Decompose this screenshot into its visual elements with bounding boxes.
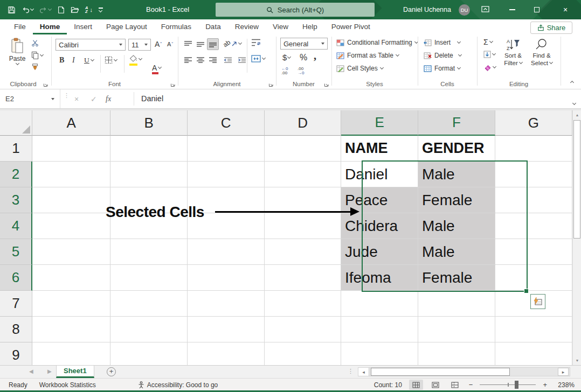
cell-D6[interactable]: [265, 265, 341, 291]
bold-button[interactable]: B: [59, 56, 64, 65]
cell-A1[interactable]: [32, 136, 110, 162]
row-header-4[interactable]: 4: [0, 213, 32, 239]
tab-review[interactable]: Review: [228, 19, 266, 34]
account-name[interactable]: Daniel Uchenna: [403, 0, 451, 19]
cell-E1[interactable]: NAME: [341, 136, 418, 162]
count-indicator[interactable]: Count: 10: [374, 381, 402, 389]
conditional-formatting-button[interactable]: Conditional Formatting: [336, 39, 418, 46]
cell-E9[interactable]: [341, 342, 418, 365]
zoom-slider[interactable]: [480, 381, 536, 389]
align-bottom-button[interactable]: [207, 38, 219, 50]
collapse-ribbon-button[interactable]: [571, 78, 573, 86]
zoom-slider-thumb[interactable]: [515, 381, 518, 389]
cell-A6[interactable]: [32, 265, 110, 291]
increase-indent-button[interactable]: [236, 54, 248, 66]
close-button[interactable]: ×: [550, 0, 581, 19]
font-dialog-launcher[interactable]: [170, 81, 176, 87]
cell-C9[interactable]: [188, 342, 265, 365]
sort-ascending-button[interactable]: AZ ↓: [85, 6, 93, 13]
italic-button[interactable]: I: [72, 56, 75, 65]
cell-D5[interactable]: [265, 239, 341, 265]
tab-file[interactable]: File: [7, 19, 33, 34]
cell-F2[interactable]: Male: [418, 162, 495, 187]
scroll-right-button[interactable]: ▸: [558, 368, 569, 376]
normal-view-button[interactable]: [409, 380, 423, 390]
format-painter-button[interactable]: [31, 63, 39, 71]
open-file-button[interactable]: [71, 6, 79, 13]
enter-button[interactable]: ✓: [91, 89, 97, 108]
zoom-out-button[interactable]: −: [469, 381, 473, 389]
row-header-1[interactable]: 1: [0, 136, 32, 162]
cell-D7[interactable]: [265, 291, 341, 317]
zoom-level[interactable]: 238%: [554, 381, 575, 389]
find-select-button[interactable]: Find & Select: [528, 38, 555, 67]
tab-insert[interactable]: Insert: [67, 19, 99, 34]
alignment-dialog-launcher[interactable]: [268, 81, 274, 87]
align-top-button[interactable]: [182, 38, 194, 50]
cell-B9[interactable]: [110, 342, 188, 365]
cell-B1[interactable]: [110, 136, 188, 162]
column-header-A[interactable]: A: [32, 110, 110, 136]
row-header-3[interactable]: 3: [0, 187, 32, 213]
cell-B7[interactable]: [110, 291, 188, 317]
vertical-scrollbar-thumb[interactable]: [573, 120, 580, 239]
cell-B6[interactable]: [110, 265, 188, 291]
row-header-7[interactable]: 7: [0, 291, 32, 317]
cell-B5[interactable]: [110, 239, 188, 265]
clear-button[interactable]: [483, 64, 496, 71]
scroll-up-button[interactable]: ▲: [573, 110, 581, 120]
format-cells-button[interactable]: Format: [424, 65, 460, 72]
clipboard-dialog-launcher[interactable]: [43, 81, 49, 87]
insert-cells-button[interactable]: Insert: [424, 39, 460, 46]
increase-decimal-button[interactable]: ←0 .00: [281, 67, 288, 75]
cell-D3[interactable]: [265, 187, 341, 213]
column-header-F[interactable]: F: [418, 110, 495, 136]
cell-F1[interactable]: GENDER: [418, 136, 495, 162]
scroll-down-button[interactable]: ▼: [573, 356, 581, 365]
cancel-button[interactable]: ×: [74, 89, 79, 108]
sort-filter-button[interactable]: AZ Sort & Filter: [500, 38, 526, 67]
cell-E7[interactable]: [341, 291, 418, 317]
tab-view[interactable]: View: [266, 19, 295, 34]
cell-G9[interactable]: [495, 342, 572, 365]
customize-qat-button[interactable]: [99, 8, 103, 12]
cell-E2-active[interactable]: Daniel: [341, 162, 418, 187]
new-sheet-button[interactable]: +: [107, 367, 116, 376]
previous-sheet-button[interactable]: ◀: [29, 368, 33, 374]
cell-C6[interactable]: [188, 265, 265, 291]
cell-C7[interactable]: [188, 291, 265, 317]
cell-D9[interactable]: [265, 342, 341, 365]
number-dialog-launcher[interactable]: [324, 81, 329, 87]
comma-style-button[interactable]: ,: [314, 50, 316, 62]
redo-button[interactable]: [39, 6, 51, 13]
page-break-preview-button[interactable]: [448, 380, 462, 390]
percent-style-button[interactable]: %: [300, 53, 307, 62]
align-left-button[interactable]: [182, 54, 194, 66]
cell-G6[interactable]: [495, 265, 572, 291]
cell-E4[interactable]: Chidera: [341, 213, 418, 239]
cell-A7[interactable]: [32, 291, 110, 317]
share-button[interactable]: Share: [530, 22, 572, 34]
orientation-button[interactable]: ab: [223, 40, 241, 47]
cell-D1[interactable]: [265, 136, 341, 162]
cell-B2[interactable]: [110, 162, 188, 187]
decrease-indent-button[interactable]: [222, 54, 234, 66]
align-right-button[interactable]: [207, 54, 219, 66]
align-center-button[interactable]: [195, 54, 206, 66]
borders-button[interactable]: [105, 56, 117, 64]
cell-G8[interactable]: [495, 317, 572, 342]
row-header-6[interactable]: 6: [0, 265, 32, 291]
cell-E5[interactable]: Jude: [341, 239, 418, 265]
column-header-E[interactable]: E: [341, 110, 418, 136]
cell-A5[interactable]: [32, 239, 110, 265]
paste-button[interactable]: Paste: [5, 38, 29, 65]
cell-F7[interactable]: [418, 291, 495, 317]
align-middle-button[interactable]: [195, 38, 206, 50]
cell-D2[interactable]: [265, 162, 341, 187]
cell-D4[interactable]: [265, 213, 341, 239]
cell-G5[interactable]: [495, 239, 572, 265]
save-button[interactable]: [8, 6, 16, 14]
formula-bar-grip[interactable]: ⋮: [64, 94, 70, 97]
maximize-button[interactable]: [525, 0, 549, 19]
row-header-5[interactable]: 5: [0, 239, 32, 265]
